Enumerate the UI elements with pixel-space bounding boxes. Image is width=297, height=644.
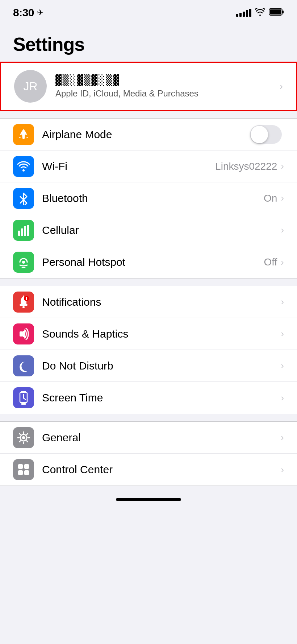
do-not-disturb-icon [13,355,34,376]
screen-time-icon [13,387,34,408]
svg-rect-23 [18,470,23,475]
control-center-icon [13,459,34,480]
svg-rect-11 [23,296,24,297]
battery-icon [269,8,284,17]
wifi-icon [13,156,34,177]
status-bar: 8:30 ✈︎ [0,0,297,22]
svg-rect-14 [26,299,27,300]
profile-subtitle: Apple ID, iCloud, Media & Purchases [55,88,276,99]
bluetooth-value: On [264,193,277,204]
screen-time-label: Screen Time [42,392,281,404]
cellular-chevron: › [281,224,284,236]
screen-time-chevron: › [281,392,284,404]
wifi-chevron: › [281,161,284,172]
airplane-mode-label: Airplane Mode [42,128,250,141]
cellular-row[interactable]: Cellular › [0,214,297,246]
screen-time-row[interactable]: Screen Time › [0,382,297,414]
general-chevron: › [281,432,284,443]
personal-hotspot-icon [13,252,34,273]
sounds-haptics-chevron: › [281,328,284,339]
svg-rect-1 [270,9,281,15]
personal-hotspot-value: Off [264,256,277,268]
airplane-mode-icon [13,124,34,145]
svg-rect-9 [20,304,28,306]
svg-point-10 [22,306,25,308]
avatar: JR [14,70,47,103]
do-not-disturb-label: Do Not Disturb [42,360,281,372]
sounds-haptics-row[interactable]: Sounds & Haptics › [0,318,297,350]
svg-rect-22 [24,464,29,469]
profile-row[interactable]: JR ▓▒░▓▒▓░▒▓ Apple ID, iCloud, Media & P… [0,62,297,111]
general-row[interactable]: General › [0,422,297,454]
status-time: 8:30 [13,7,34,19]
notifications-chevron: › [281,296,284,307]
general-group: General › Control Center › [0,421,297,486]
svg-rect-5 [21,228,23,236]
sounds-haptics-icon [13,323,34,344]
do-not-disturb-row[interactable]: Do Not Disturb › [0,350,297,382]
wifi-row[interactable]: Wi-Fi Linksys02222 › [0,150,297,182]
personal-hotspot-label: Personal Hotspot [42,256,264,268]
svg-rect-15 [20,331,22,337]
general-icon [13,427,34,448]
bluetooth-label: Bluetooth [42,192,264,205]
profile-info: ▓▒░▓▒▓░▒▓ Apple ID, iCloud, Media & Purc… [55,74,276,99]
location-icon: ✈︎ [37,8,43,17]
bluetooth-icon [13,188,34,209]
svg-rect-6 [24,226,26,236]
svg-point-3 [22,169,25,172]
profile-name: ▓▒░▓▒▓░▒▓ [55,74,276,86]
page-title: Settings [13,33,284,55]
bluetooth-row[interactable]: Bluetooth On › [0,182,297,214]
status-icons [236,8,284,17]
svg-rect-21 [18,464,23,469]
page-title-area: Settings [0,22,297,62]
connectivity-group: Airplane Mode Wi-Fi Linksys02222 › Bluet… [0,118,297,278]
svg-rect-7 [27,225,29,236]
svg-rect-18 [21,403,26,405]
svg-rect-2 [283,11,284,13]
personal-hotspot-chevron: › [281,257,284,268]
notifications-label: Notifications [42,296,281,308]
cellular-label: Cellular [42,224,281,236]
cellular-icon [13,220,34,241]
profile-chevron: › [280,80,283,92]
svg-rect-24 [24,470,29,475]
notifications-icon [13,292,34,313]
home-bar [116,498,181,501]
wifi-status-icon [255,8,265,17]
airplane-mode-row[interactable]: Airplane Mode [0,119,297,150]
home-indicator [0,493,297,504]
general-label: General [42,432,281,444]
bluetooth-chevron: › [281,193,284,204]
svg-point-8 [22,261,25,264]
signal-icon [236,9,251,17]
sounds-haptics-label: Sounds & Haptics [42,328,281,340]
svg-rect-4 [18,231,20,236]
airplane-mode-toggle[interactable] [250,125,282,144]
wifi-value: Linksys02222 [215,161,277,172]
control-center-chevron: › [281,464,284,475]
wifi-label: Wi-Fi [42,160,215,173]
svg-point-19 [22,436,25,439]
notifications-row[interactable]: Notifications › [0,286,297,318]
notifications-group: Notifications › Sounds & Haptics › Do No… [0,286,297,414]
do-not-disturb-chevron: › [281,360,284,371]
control-center-label: Control Center [42,463,281,476]
control-center-row[interactable]: Control Center › [0,454,297,486]
personal-hotspot-row[interactable]: Personal Hotspot Off › [0,246,297,278]
